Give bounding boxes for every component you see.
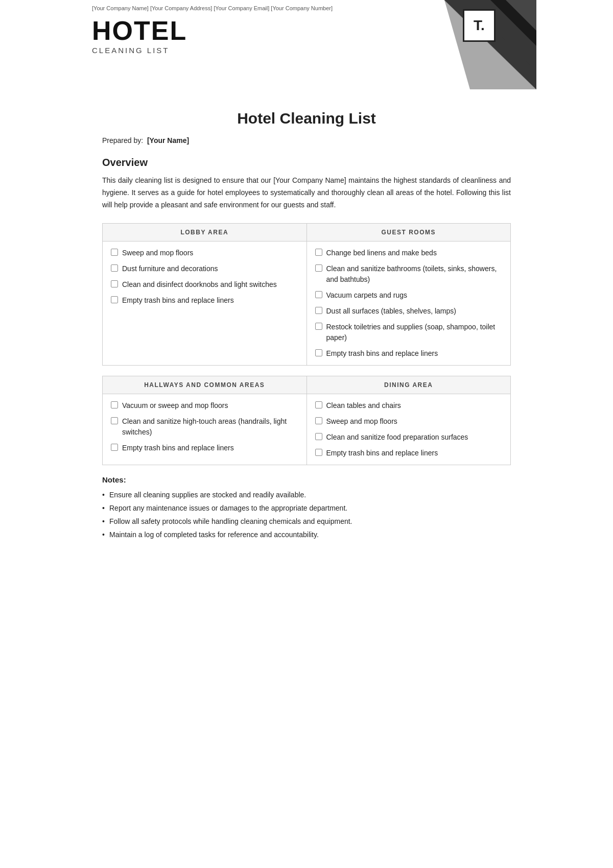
- list-item: Clean and sanitize food preparation surf…: [315, 432, 503, 443]
- item-text: Clean tables and chairs: [326, 400, 401, 411]
- item-text: Change bed linens and make beds: [326, 248, 437, 258]
- item-text: Dust furniture and decorations: [122, 263, 218, 274]
- hotel-title: HOTEL: [92, 17, 187, 44]
- list-item: Empty trash bins and replace liners: [111, 295, 298, 306]
- lobby-area-items: Sweep and mop floors Dust furniture and …: [103, 242, 307, 366]
- item-text: Clean and disinfect doorknobs and light …: [122, 279, 277, 290]
- list-item: Report any maintenance issues or damages…: [102, 502, 511, 515]
- list-item: Clean and sanitize high-touch areas (han…: [111, 416, 298, 438]
- prepared-by: Prepared by: [Your Name]: [102, 136, 511, 144]
- document-title: Hotel Cleaning List: [102, 110, 511, 127]
- item-text: Empty trash bins and replace liners: [122, 295, 234, 306]
- list-item: Vacuum carpets and rugs: [315, 290, 503, 301]
- list-item: Clean and disinfect doorknobs and light …: [111, 279, 298, 290]
- note-text: Maintain a log of completed tasks for re…: [109, 531, 319, 539]
- list-item: Vacuum or sweep and mop floors: [111, 400, 298, 411]
- list-item: Empty trash bins and replace liners: [315, 348, 503, 359]
- list-item: Empty trash bins and replace liners: [315, 448, 503, 459]
- list-item: Clean and sanitize bathrooms (toilets, s…: [315, 263, 503, 285]
- item-text: Restock toiletries and supplies (soap, s…: [326, 322, 503, 343]
- document-header: [Your Company Name] [Your Company Addres…: [77, 0, 536, 89]
- list-item: Ensure all cleaning supplies are stocked…: [102, 489, 511, 501]
- guest-rooms-items: Change bed linens and make beds Clean an…: [306, 242, 511, 366]
- note-text: Report any maintenance issues or damages…: [109, 504, 347, 512]
- checkbox[interactable]: [315, 291, 322, 298]
- lobby-area-header: LOBBY AREA: [103, 224, 307, 242]
- list-item: Change bed linens and make beds: [315, 248, 503, 258]
- list-item: Follow all safety protocols while handli…: [102, 516, 511, 528]
- list-item: Restock toiletries and supplies (soap, s…: [315, 322, 503, 343]
- checkbox[interactable]: [111, 249, 118, 256]
- item-text: Empty trash bins and replace liners: [122, 443, 234, 453]
- overview-text: This daily cleaning list is designed to …: [102, 175, 511, 211]
- checkbox[interactable]: [315, 249, 322, 256]
- logo-text: T.: [474, 17, 485, 34]
- item-text: Sweep and mop floors: [326, 416, 397, 427]
- checkbox[interactable]: [111, 401, 118, 408]
- prepared-by-value: [Your Name]: [147, 136, 189, 144]
- checkbox[interactable]: [111, 264, 118, 272]
- checkbox[interactable]: [315, 433, 322, 440]
- main-content: Hotel Cleaning List Prepared by: [Your N…: [77, 89, 536, 563]
- guest-rooms-header: GUEST ROOMS: [306, 224, 511, 242]
- dining-header: DINING AREA: [306, 376, 511, 394]
- checkbox[interactable]: [315, 449, 322, 456]
- list-item: Maintain a log of completed tasks for re…: [102, 529, 511, 541]
- note-text: Follow all safety protocols while handli…: [109, 517, 352, 525]
- hallways-header: HALLWAYS AND COMMON AREAS: [103, 376, 307, 394]
- hallways-items: Vacuum or sweep and mop floors Clean and…: [103, 394, 307, 465]
- notes-heading: Notes:: [102, 475, 511, 484]
- list-item: Clean tables and chairs: [315, 400, 503, 411]
- checkbox[interactable]: [315, 417, 322, 424]
- item-text: Vacuum or sweep and mop floors: [122, 400, 228, 411]
- item-text: Clean and sanitize high-touch areas (han…: [122, 416, 298, 438]
- item-text: Clean and sanitize bathrooms (toilets, s…: [326, 263, 503, 285]
- item-text: Empty trash bins and replace liners: [326, 348, 438, 359]
- note-text: Ensure all cleaning supplies are stocked…: [109, 491, 306, 499]
- notes-list: Ensure all cleaning supplies are stocked…: [102, 489, 511, 541]
- dining-items: Clean tables and chairs Sweep and mop fl…: [306, 394, 511, 465]
- hallways-dining-table: HALLWAYS AND COMMON AREAS DINING AREA Va…: [102, 376, 511, 465]
- checkbox[interactable]: [315, 401, 322, 408]
- item-text: Empty trash bins and replace liners: [326, 448, 438, 459]
- list-item: Sweep and mop floors: [315, 416, 503, 427]
- list-item: Empty trash bins and replace liners: [111, 443, 298, 453]
- item-text: Sweep and mop floors: [122, 248, 193, 258]
- overview-heading: Overview: [102, 157, 511, 168]
- hotel-branding: HOTEL CLEANING LIST: [92, 17, 187, 55]
- logo-box: T.: [463, 9, 496, 42]
- checkbox[interactable]: [111, 296, 118, 303]
- item-text: Vacuum carpets and rugs: [326, 290, 408, 301]
- item-text: Dust all surfaces (tables, shelves, lamp…: [326, 306, 456, 317]
- list-item: Dust all surfaces (tables, shelves, lamp…: [315, 306, 503, 317]
- list-item: Sweep and mop floors: [111, 248, 298, 258]
- checkbox[interactable]: [315, 323, 322, 330]
- checkbox[interactable]: [111, 417, 118, 424]
- item-text: Clean and sanitize food preparation surf…: [326, 432, 468, 443]
- lobby-guest-table: LOBBY AREA GUEST ROOMS Sweep and mop flo…: [102, 223, 511, 366]
- checkbox[interactable]: [315, 307, 322, 314]
- checkbox[interactable]: [111, 280, 118, 287]
- checkbox[interactable]: [111, 444, 118, 451]
- cleaning-list-label: CLEANING LIST: [92, 46, 187, 55]
- checkbox[interactable]: [315, 264, 322, 272]
- list-item: Dust furniture and decorations: [111, 263, 298, 274]
- checkbox[interactable]: [315, 349, 322, 356]
- prepared-by-label: Prepared by:: [102, 136, 143, 144]
